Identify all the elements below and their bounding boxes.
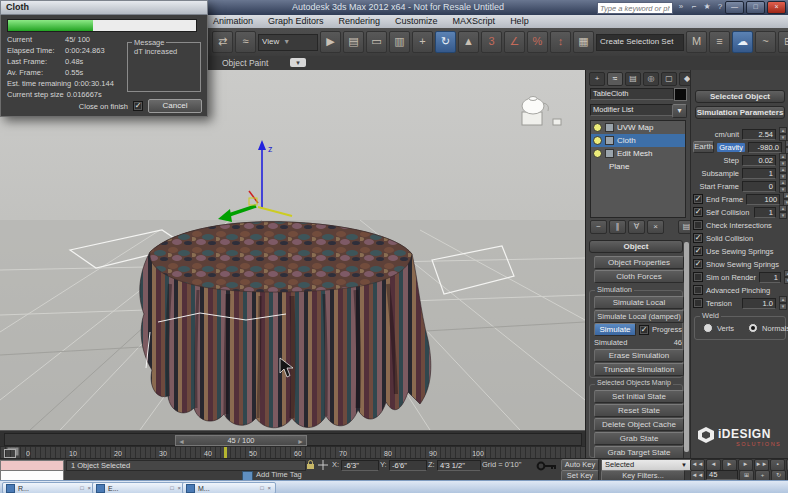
grab-state-button[interactable]: Grab State [594,432,684,445]
cm-unit-field[interactable]: 2.54 [742,129,776,140]
end-frame-checkbox[interactable] [693,194,703,204]
create-selection-set-field[interactable]: Create Selection Set [596,34,684,51]
modifier-list-arrow-icon[interactable]: ▾ [672,104,687,118]
solid-collision-checkbox[interactable] [693,233,703,243]
selection-filter-dropdown[interactable]: View ▼ [258,34,318,51]
modifier-list-dropdown[interactable]: Modifier List [590,104,674,116]
taskbar-button-3[interactable]: M... □ × [182,482,276,493]
close-button[interactable]: × [767,1,786,14]
simulate-local-damped-button[interactable]: Simulate Local (damped) [594,310,684,323]
spinner[interactable]: ▴▾ [783,192,788,206]
current-frame-field[interactable]: 45 [706,470,738,480]
spinner-snap-icon[interactable]: ↕ [550,31,571,53]
tab-create[interactable]: + [589,72,605,86]
set-initial-state-button[interactable]: Set Initial State [594,390,684,403]
show-sewing-springs-checkbox[interactable] [693,259,703,269]
time-slider-track[interactable]: ◄ 45 / 100 ► [4,433,582,446]
menu-customize[interactable]: Customize [395,15,438,28]
add-time-tag[interactable]: Add Time Tag [256,470,302,480]
x-coordinate-field[interactable]: -6'3" [341,460,379,471]
minimize-button[interactable]: — [725,1,744,14]
select-and-scale-icon[interactable]: ▲ [458,31,479,53]
check-intersections-checkbox[interactable] [693,220,703,230]
close-on-finish-checkbox[interactable] [133,101,143,111]
spinner[interactable]: ▴▾ [779,153,787,167]
select-object-icon[interactable]: ▶ [320,31,341,53]
gravity-field[interactable]: -980.0 [748,142,782,153]
dialog-title[interactable]: Cloth [0,0,208,15]
tab-modify[interactable]: ≈ [607,72,623,86]
erase-simulation-button[interactable]: Erase Simulation [594,349,684,362]
open-mini-curve-editor-icon[interactable] [4,449,16,458]
angle-snap-icon[interactable]: ∠ [504,31,525,53]
object-name-field[interactable]: TableCloth [590,88,674,100]
percent-snap-icon[interactable]: % [527,31,548,53]
cancel-button[interactable]: Cancel [148,99,202,113]
edit-named-selections-icon[interactable]: ▦ [573,31,594,53]
sim-on-render-checkbox[interactable] [693,272,703,282]
weld-verts-radio[interactable] [703,323,713,333]
selection-lock-icon[interactable] [306,460,315,470]
show-end-result-icon[interactable]: ∥ [609,220,626,234]
start-frame-field[interactable]: 0 [742,181,776,192]
object-color-swatch[interactable] [674,88,687,101]
menu-graph-editors[interactable]: Graph Editors [268,15,324,28]
taskbar-button-1[interactable]: R... □ × [2,482,96,493]
object-properties-button[interactable]: Object Properties [594,256,684,269]
ribbon-tab-object-paint[interactable]: Object Paint [222,58,268,68]
favorites-icon[interactable]: ★ [702,1,712,12]
tab-motion[interactable]: ◎ [643,72,659,86]
earth-button[interactable]: Earth [693,141,714,153]
manage-layers-icon[interactable]: ☁ [732,31,753,53]
schematic-view-icon[interactable]: ⊞ [778,31,788,53]
progress-checkbox[interactable] [639,325,649,335]
step-field[interactable]: 0.02 [742,155,776,166]
modifier-row-uvw-map[interactable]: UVW Map [591,121,685,134]
rect-selection-region-icon[interactable]: ▭ [366,31,387,53]
align-icon[interactable]: ≡ [709,31,730,53]
select-and-move-icon[interactable]: + [412,31,433,53]
truncate-simulation-button[interactable]: Truncate Simulation [594,363,684,376]
self-collision-field[interactable]: 1 [754,207,776,218]
select-and-rotate-icon[interactable]: ↻ [435,31,456,53]
subsample-field[interactable]: 1 [742,168,776,179]
bind-to-spacewarp-icon[interactable]: ≈ [235,31,256,53]
modifier-enable-icon[interactable] [593,149,602,158]
search-history-icon[interactable]: » [676,1,686,12]
advanced-pinching-checkbox[interactable] [693,285,703,295]
subscription-icon[interactable]: ⌐ [689,1,699,12]
rollout-selected-object-header[interactable]: Selected Object [695,90,785,103]
y-coordinate-field[interactable]: -6'6" [389,460,427,471]
rollout-object-header[interactable]: Object [589,240,683,253]
menu-animation[interactable]: Animation [213,15,253,28]
maximize-button[interactable]: □ [746,1,765,14]
use-sewing-springs-checkbox[interactable] [693,246,703,256]
spinner[interactable]: ▴▾ [779,205,787,219]
modifier-enable-icon[interactable] [593,123,602,132]
sim-on-render-field[interactable]: 1 [759,272,781,283]
self-collision-checkbox[interactable] [693,207,703,217]
make-unique-icon[interactable]: ∀ [628,220,645,234]
spinner[interactable]: ▴▾ [779,166,787,180]
window-control-icons[interactable]: □ × [260,485,272,491]
time-slider-handle[interactable]: ◄ 45 / 100 ► [175,435,307,446]
spinner[interactable]: ▴▾ [779,296,787,310]
window-control-icons[interactable]: □ × [80,485,92,491]
viewport-canvas[interactable]: z [0,70,585,430]
tab-hierarchy[interactable]: ▤ [625,72,641,86]
spinner[interactable]: ▴▾ [779,179,787,193]
frame-back-icon[interactable]: ◄ [178,437,185,446]
end-frame-field[interactable]: 100 [746,194,780,205]
menu-help[interactable]: Help [510,15,529,28]
frame-forward-icon[interactable]: ► [297,437,304,446]
taskbar-button-2[interactable]: E... □ × [92,482,186,493]
menu-rendering[interactable]: Rendering [339,15,381,28]
reset-state-button[interactable]: Reset State [594,404,684,417]
infocenter-search-input[interactable] [597,2,673,14]
tension-field[interactable]: 1.0 [742,298,776,309]
tab-display[interactable]: ▢ [661,72,677,86]
tension-checkbox[interactable] [693,298,703,308]
mirror-icon[interactable]: M [686,31,707,53]
modifier-row-cloth[interactable]: Cloth [591,134,685,147]
remove-modifier-icon[interactable]: × [647,220,664,234]
